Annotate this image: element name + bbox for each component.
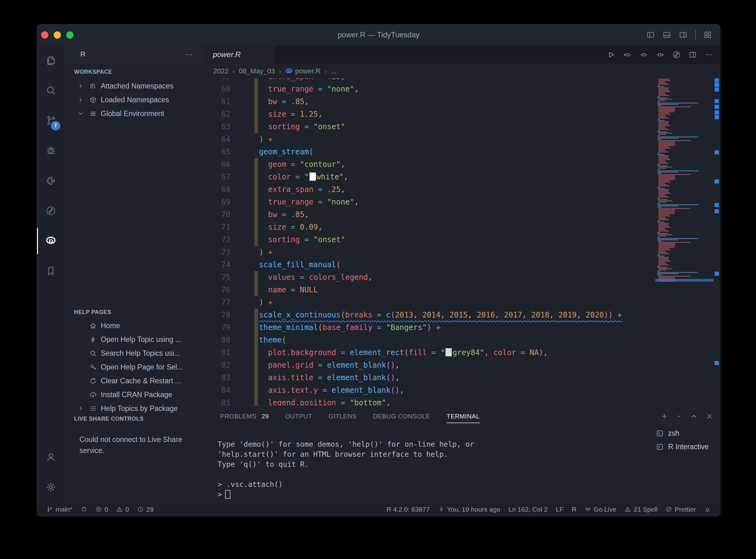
- status-item-main-[interactable]: main*: [46, 506, 72, 513]
- status-item-prettier[interactable]: Prettier: [666, 506, 696, 513]
- close-icon: [706, 412, 713, 420]
- gitlens-graph-icon[interactable]: [668, 50, 685, 59]
- breadcrumb-label: 2022: [213, 67, 229, 75]
- toggle-secondary-sidebar-icon[interactable]: [679, 30, 688, 39]
- terminal-list-item[interactable]: zsh: [656, 427, 717, 440]
- split-editor-icon[interactable]: [685, 50, 701, 59]
- panel-tab-terminal[interactable]: TERMINAL: [447, 406, 480, 427]
- help-page-item[interactable]: Install CRAN Package: [65, 388, 204, 402]
- warning-icon: [624, 506, 631, 513]
- sidebar: R ··· WORKSPACE Attached NamespacesLoade…: [65, 45, 204, 502]
- minimap-line: [658, 150, 667, 151]
- status-item-29[interactable]: 29: [137, 506, 153, 513]
- code-line: 79 theme_minimal(base_family = "Bangers"…: [204, 321, 714, 334]
- activity-item-gitlens[interactable]: [37, 196, 65, 226]
- panel-tab-problems[interactable]: PROBLEMS29: [220, 406, 269, 427]
- section-help-pages[interactable]: HELP PAGES: [65, 306, 204, 318]
- code-text: theme(: [250, 334, 286, 346]
- code-text: bw = .85,: [250, 95, 309, 108]
- help-page-item[interactable]: Home: [65, 319, 204, 333]
- activity-item-source-control[interactable]: 7: [37, 105, 65, 135]
- more-actions-icon[interactable]: [701, 50, 717, 59]
- minimap-line: [658, 262, 665, 263]
- chevron-down-icon[interactable]: [676, 413, 682, 419]
- minimap-line: [657, 97, 667, 98]
- code-line: 85 legend.position = "bottom",: [204, 397, 714, 406]
- activity-item-settings[interactable]: [37, 472, 65, 502]
- activity-item-bookmarks[interactable]: [37, 256, 65, 286]
- code-text: geom_stream(: [250, 146, 313, 158]
- status-item-lf[interactable]: LF: [556, 506, 564, 513]
- minimap-line: [658, 84, 669, 85]
- minimap-line: [658, 184, 667, 185]
- code-line: 67 color = "white",: [204, 171, 714, 183]
- activity-item-search[interactable]: [37, 75, 65, 105]
- plus-icon[interactable]: [661, 412, 668, 420]
- minimap-line: [657, 103, 698, 104]
- panel-tab-debug-console[interactable]: DEBUG CONSOLE: [373, 406, 430, 427]
- help-page-item[interactable]: Search Help Topics usi...: [65, 346, 204, 360]
- activity-item-accounts[interactable]: [37, 442, 65, 472]
- close-icon[interactable]: [706, 412, 713, 420]
- panel-tab-label: TERMINAL: [447, 413, 480, 420]
- breadcrumb-item[interactable]: ...: [331, 67, 337, 75]
- code-line: 61 bw = .85,: [204, 95, 714, 108]
- minimap-line: [658, 81, 665, 82]
- code-editor[interactable]: 59 extra_span = .25,60 true_range = "non…: [204, 79, 714, 406]
- status-item-you-19-hours-ago[interactable]: You, 19 hours ago: [438, 506, 500, 513]
- status-item-r[interactable]: R: [572, 506, 577, 513]
- activity-item-extensions[interactable]: [37, 165, 65, 196]
- panel-tab-gitlens[interactable]: GITLENS: [328, 406, 357, 427]
- nav-forward-icon[interactable]: [652, 50, 668, 59]
- status-label: 29: [146, 506, 153, 513]
- breadcrumb-item[interactable]: Rpower.R: [285, 67, 321, 75]
- titlebar[interactable]: power.R — TidyTuesday: [37, 24, 720, 45]
- chevron-up-icon[interactable]: [690, 412, 698, 420]
- code-line: 82 panel.grid = element_blank(),: [204, 359, 714, 372]
- workspace-item[interactable]: Loaded Namespaces: [65, 93, 204, 107]
- minimap[interactable]: [655, 78, 714, 294]
- vscode-window: power.R — TidyTuesday 7R R ··· WORKSPACE…: [37, 24, 720, 516]
- minimap-line: [658, 147, 669, 148]
- terminal-list-item[interactable]: R Interactive: [656, 440, 717, 454]
- minimap-line: [658, 106, 690, 107]
- terminal[interactable]: Type 'demo()' for some demos, 'help()' f…: [218, 439, 595, 499]
- status-item-ln-162-col-2[interactable]: Ln 162, Col 2: [508, 506, 547, 513]
- overview-ruler[interactable]: [714, 79, 720, 406]
- customize-layout-icon: [703, 30, 712, 39]
- help-page-item[interactable]: Open Help Topic using ...: [65, 333, 204, 346]
- activity-item-run-debug[interactable]: [37, 135, 65, 165]
- nav-back-icon[interactable]: [619, 50, 635, 59]
- minimap-line: [657, 273, 678, 274]
- run-icon[interactable]: [603, 50, 619, 59]
- tab-power-r[interactable]: power.R: [204, 45, 275, 64]
- status-item-0[interactable]: 0: [116, 506, 129, 513]
- nav-circle-icon[interactable]: [635, 50, 652, 59]
- activity-item-explorer[interactable]: [37, 45, 65, 75]
- customize-layout-icon[interactable]: [703, 30, 712, 39]
- status-item-go-live[interactable]: Go Live: [585, 506, 616, 513]
- status-item-r-4-2-0-63877[interactable]: R 4.2.0: 63877: [387, 506, 430, 513]
- toggle-primary-sidebar-icon[interactable]: [646, 30, 655, 39]
- workspace-item[interactable]: Global Environment: [65, 107, 204, 121]
- breadcrumb-item[interactable]: 2022: [213, 67, 229, 75]
- help-page-item[interactable]: Clear Cache & Restart ...: [65, 374, 204, 388]
- tab-bar: power.R: [204, 45, 720, 64]
- minimap-line: [658, 209, 675, 210]
- line-number: 61: [204, 95, 231, 108]
- status-item[interactable]: [81, 506, 87, 513]
- activity-item-r-tools[interactable]: R: [37, 226, 65, 256]
- status-item-0[interactable]: 0: [95, 506, 108, 513]
- status-item-21-spell[interactable]: 21 Spell: [624, 506, 657, 513]
- overview-modified-marker: [715, 179, 719, 183]
- panel-tab-output[interactable]: OUTPUT: [285, 406, 312, 427]
- section-live-share[interactable]: LIVE SHARE CONTROLS: [65, 413, 204, 425]
- section-workspace[interactable]: WORKSPACE: [65, 66, 204, 78]
- more-actions-icon[interactable]: ···: [185, 49, 193, 59]
- help-page-item[interactable]: Open Help Page for Sel...: [65, 360, 204, 374]
- minimap-line: [658, 224, 668, 225]
- breadcrumb-item[interactable]: 08_May_03: [239, 67, 275, 75]
- workspace-item[interactable]: Attached Namespaces: [65, 80, 204, 93]
- status-item[interactable]: [704, 506, 711, 513]
- toggle-panel-icon[interactable]: [663, 30, 671, 39]
